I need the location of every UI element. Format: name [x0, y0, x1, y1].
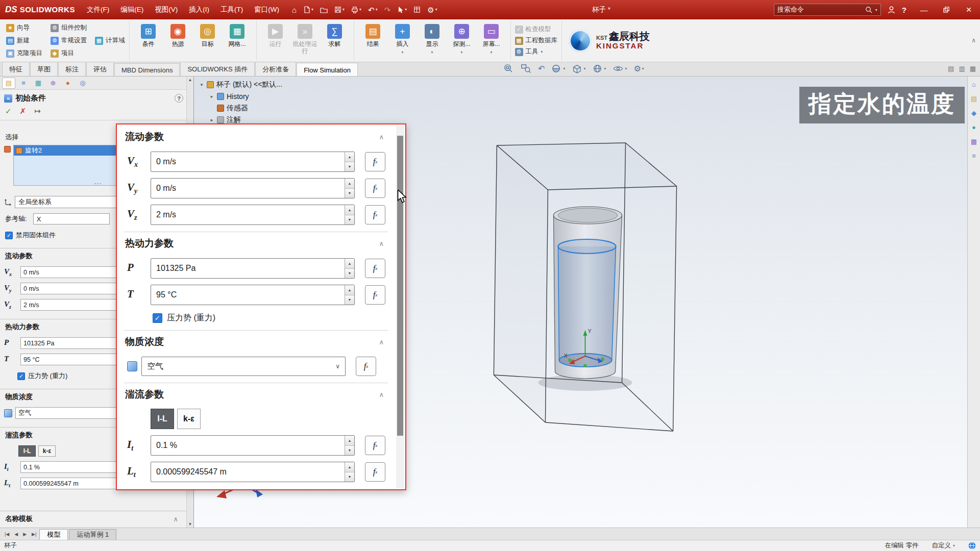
tab-markup[interactable]: 标注: [58, 62, 86, 76]
panel-scroll-down-icon[interactable]: ▼: [188, 522, 192, 527]
hide-show-items-icon[interactable]: ▾: [612, 63, 627, 74]
close-button[interactable]: ×: [958, 0, 980, 19]
substance-dropdown[interactable]: 空气 ∨: [141, 357, 346, 376]
pressure-spinner[interactable]: ▲▼: [345, 259, 354, 278]
popup-scrollbar[interactable]: [396, 126, 404, 488]
home-icon[interactable]: ⌂: [292, 6, 297, 14]
menu-tools[interactable]: 工具(T): [215, 0, 249, 19]
turbulence-ke-button[interactable]: k-ε: [177, 409, 201, 429]
split-pane-icon[interactable]: ▤: [948, 65, 954, 72]
temperature-input[interactable]: 95 °C▲▼: [151, 285, 355, 305]
goals-button[interactable]: ◎目标: [193, 20, 223, 61]
ribbon-collapse-icon[interactable]: ∧: [971, 37, 976, 44]
collapse-icon[interactable]: ∧: [379, 133, 384, 141]
select-cursor-icon[interactable]: ▾: [397, 6, 407, 13]
status-custom-dropdown[interactable]: 自定义▾: [932, 541, 955, 550]
tree-history-row[interactable]: ▸ History: [199, 90, 282, 102]
disable-solids-checkbox[interactable]: ✓: [5, 232, 13, 239]
gravity-checkbox[interactable]: ✓: [17, 372, 25, 380]
temperature-spinner[interactable]: ▲▼: [345, 285, 354, 305]
substance-popup-header[interactable]: 物质浓度∧: [124, 331, 388, 350]
property-manager-tab[interactable]: ▤: [2, 78, 15, 89]
popup-scrollbar-thumb[interactable]: [397, 136, 403, 436]
search-input[interactable]: 搜索命令 ▾: [774, 4, 881, 16]
tab-sketch[interactable]: 草图: [30, 62, 58, 76]
vx-input[interactable]: 0 m/s▲▼: [151, 152, 355, 172]
name-template-header[interactable]: 名称模板 ∧: [0, 511, 193, 523]
substance-fx-button[interactable]: fx: [356, 357, 376, 376]
motion-study-tab[interactable]: 运动算例 1: [69, 529, 116, 540]
taskpane-custom-props-icon[interactable]: ≡: [972, 152, 976, 160]
turbulence-popup-header[interactable]: 湍流参数∧: [124, 383, 388, 403]
vz-input[interactable]: 2 m/s▲▼: [151, 205, 355, 225]
help-icon[interactable]: ?: [902, 6, 906, 14]
thermo-params-popup-header[interactable]: 热动力参数∧: [124, 232, 388, 252]
flow-params-popup-header[interactable]: 流动参数∧: [124, 126, 388, 145]
tab-analysis-prep[interactable]: 分析准备: [255, 62, 296, 76]
pressure-fx-button[interactable]: fx: [365, 259, 385, 278]
zoom-to-area-icon[interactable]: [521, 63, 531, 74]
temperature-fx-button[interactable]: fx: [365, 285, 385, 305]
panel-scroll-up-icon[interactable]: ▲: [188, 78, 192, 82]
wizard-button[interactable]: ★向导: [6, 23, 42, 32]
first-tab-icon[interactable]: |◀: [2, 528, 12, 540]
next-tab-icon[interactable]: ▶: [20, 528, 29, 540]
project-button[interactable]: ◆项目: [51, 49, 87, 58]
user-account-icon[interactable]: [887, 6, 896, 14]
view-settings-icon[interactable]: ⚙▾: [633, 64, 644, 73]
reference-axis-field[interactable]: X: [33, 213, 110, 224]
collapse-icon[interactable]: ∧: [379, 391, 384, 398]
viewport-grid-icon[interactable]: ▥: [959, 65, 965, 72]
feature-manager-tab[interactable]: ≡: [17, 78, 30, 89]
heat-sources-button[interactable]: ◉热源: [163, 20, 193, 61]
vy-spinner[interactable]: ▲▼: [345, 179, 354, 198]
simulation-manager-tab[interactable]: ◎: [76, 78, 89, 89]
insert-button[interactable]: +插入▾: [388, 20, 418, 61]
view-orientation-icon[interactable]: ▾: [572, 63, 585, 74]
turbulence-il-button[interactable]: I-L: [18, 445, 36, 457]
taskpane-resources-icon[interactable]: ▤: [971, 95, 977, 103]
taskpane-library-icon[interactable]: ◆: [971, 109, 976, 117]
tree-sensors-row[interactable]: 传感器: [199, 102, 282, 114]
taskpane-home-icon[interactable]: ⌂: [972, 81, 976, 88]
expand-arrow-icon[interactable]: ▸: [209, 117, 214, 122]
tools-button[interactable]: ⚙工具▾: [515, 47, 558, 56]
mesh-button[interactable]: ▦网格...: [223, 20, 252, 61]
section-view-icon[interactable]: ▾: [551, 63, 565, 74]
menu-insert[interactable]: 插入(I): [183, 0, 215, 19]
pressure-input[interactable]: 101325 Pa▲▼: [151, 258, 355, 279]
print-icon[interactable]: ▾: [351, 6, 361, 13]
menu-edit[interactable]: 编辑(E): [115, 0, 149, 19]
turbulence-il-button[interactable]: I-L: [151, 409, 174, 429]
results-button[interactable]: ▤结果: [358, 20, 388, 61]
previous-view-icon[interactable]: ↶: [538, 64, 545, 73]
screen-capture-button[interactable]: ▭屏幕...▾: [477, 20, 506, 61]
tab-flow-simulation[interactable]: Flow Simulation: [297, 63, 358, 76]
conditions-button[interactable]: ⊞条件: [134, 20, 163, 61]
display-button[interactable]: ◐显示▾: [418, 20, 447, 61]
gravity-checkbox[interactable]: ✓: [153, 313, 162, 323]
lt-fx-button[interactable]: fx: [365, 462, 385, 482]
tab-features[interactable]: 特征: [2, 62, 30, 76]
redo-icon[interactable]: ↷: [384, 6, 391, 14]
lt-input[interactable]: 0.000599245547 m▲▼: [151, 462, 355, 482]
display-manager-tab[interactable]: ●: [61, 78, 75, 89]
save-icon[interactable]: ▾: [334, 6, 345, 13]
pin-button[interactable]: ↦: [34, 107, 41, 116]
tab-addins[interactable]: SOLIDWORKS 插件: [180, 62, 255, 76]
search-options-caret-icon[interactable]: ▾: [875, 8, 877, 12]
restore-button[interactable]: [935, 0, 958, 19]
popup-gravity-row[interactable]: ✓ 压力势 (重力): [153, 313, 388, 323]
options-gear-icon[interactable]: ⚙▾: [427, 6, 437, 14]
vx-fx-button[interactable]: fx: [365, 152, 385, 171]
clone-project-button[interactable]: ▣克隆项目: [6, 49, 42, 58]
general-settings-button[interactable]: ⚙常规设置: [51, 36, 87, 45]
display-style-icon[interactable]: ▾: [592, 63, 606, 74]
computational-domain-button[interactable]: ▦计算域: [95, 36, 125, 45]
it-fx-button[interactable]: fx: [365, 436, 385, 455]
collapse-icon[interactable]: ∧: [379, 240, 384, 247]
new-document-icon[interactable]: ▾: [303, 6, 313, 13]
component-control-button[interactable]: ⚙组件控制: [51, 23, 87, 32]
open-folder-icon[interactable]: [320, 6, 328, 13]
taskpane-explorer-icon[interactable]: ●: [972, 123, 976, 131]
